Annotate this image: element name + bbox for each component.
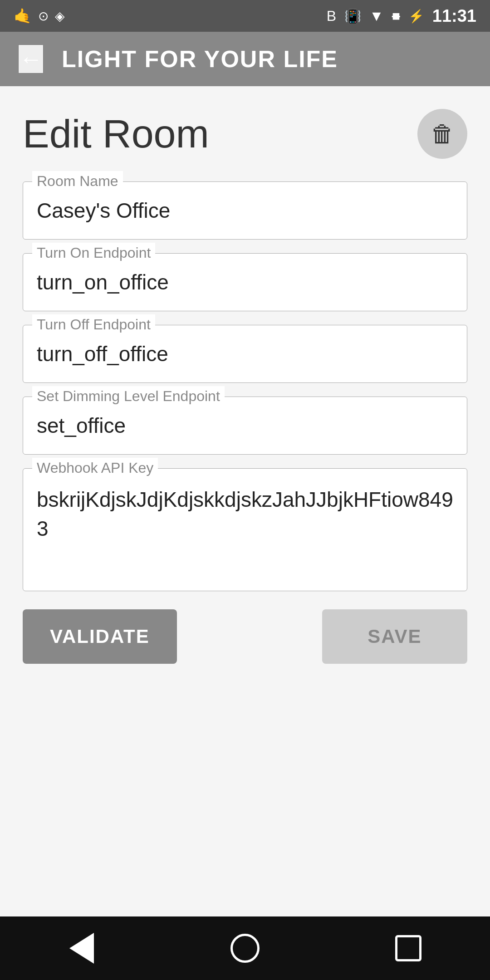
bottom-nav [0,916,490,980]
buttons-row: VALIDATE SAVE [23,609,467,664]
delete-button[interactable]: 🗑 [417,109,467,159]
app-title: LIGHT FOR YOUR LIFE [62,45,338,73]
set-dimming-endpoint-input[interactable] [37,410,453,441]
status-bar: 🤙 ⊙ ◈ B 📳 ▼ ■ ⚡ 11:31 [0,0,490,32]
nav-home-button[interactable] [222,926,268,971]
turn-on-endpoint-field-wrapper: Turn On Endpoint [23,253,467,311]
nav-square-icon [395,935,421,961]
webhook-api-key-input[interactable] [37,481,453,576]
nav-back-button[interactable] [59,926,104,971]
bluetooth-icon: B [327,8,336,24]
set-dimming-endpoint-field-wrapper: Set Dimming Level Endpoint [23,397,467,455]
turn-off-endpoint-label: Turn Off Endpoint [32,314,155,335]
turn-on-endpoint-label: Turn On Endpoint [32,243,155,263]
form-fields: Room Name Turn On Endpoint Turn Off Endp… [23,181,467,591]
validate-button[interactable]: VALIDATE [23,609,177,664]
save-button[interactable]: SAVE [322,609,467,664]
circle-icon: ⊙ [38,9,49,24]
signal-off-icon: ■ [392,8,400,24]
app-bar: ← LIGHT FOR YOUR LIFE [0,32,490,86]
status-time: 11:31 [432,6,476,26]
nav-circle-icon [230,934,260,963]
vibrate-icon: 📳 [344,8,361,24]
wifi-icon: ▼ [369,8,384,24]
nav-back-triangle-icon [69,933,94,964]
set-dimming-endpoint-label: Set Dimming Level Endpoint [32,386,225,407]
battery-icon: ⚡ [408,9,424,24]
back-arrow-icon: ← [19,45,43,73]
page-title: Edit Room [23,111,209,157]
webhook-api-key-field-wrapper: Webhook API Key [23,468,467,591]
turn-off-endpoint-field-wrapper: Turn Off Endpoint [23,325,467,383]
turn-off-endpoint-input[interactable] [37,338,453,370]
main-content: Edit Room 🗑 Room Name Turn On Endpoint T… [0,86,490,916]
page-header: Edit Room 🗑 [23,109,467,159]
status-bar-left: 🤙 ⊙ ◈ [14,7,65,24]
turn-on-endpoint-input[interactable] [37,266,453,298]
room-name-field-wrapper: Room Name [23,181,467,240]
trash-icon: 🗑 [431,120,454,147]
nav-recents-button[interactable] [386,926,431,971]
back-button[interactable]: ← [18,44,44,74]
webhook-api-key-label: Webhook API Key [32,458,158,478]
diamond-icon: ◈ [55,9,65,24]
room-name-input[interactable] [37,195,453,226]
status-bar-right: B 📳 ▼ ■ ⚡ 11:31 [327,6,476,26]
room-name-label: Room Name [32,171,123,191]
hand-wave-icon: 🤙 [14,7,32,24]
